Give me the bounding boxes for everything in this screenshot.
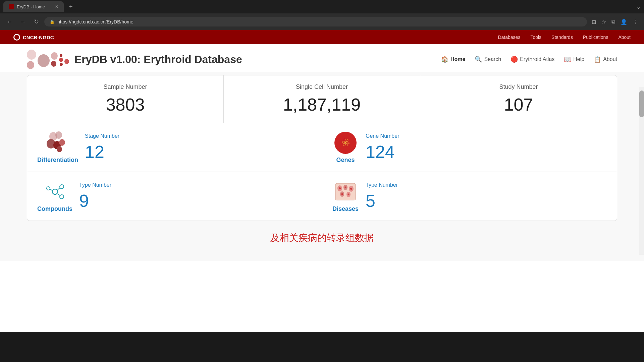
blood-cell-2 bbox=[27, 61, 34, 69]
blood-cell-1 bbox=[27, 50, 36, 60]
differentiation-svg bbox=[46, 131, 69, 155]
tab-list-button[interactable]: ⌄ bbox=[636, 4, 641, 10]
blood-cell-4 bbox=[51, 52, 58, 60]
diseases-cell: Diseases Type Number 5 bbox=[322, 172, 617, 221]
help-icon: 📖 bbox=[564, 56, 571, 63]
cncb-nav-databases[interactable]: Databases bbox=[498, 35, 520, 40]
differentiation-icon-area: Differentiation bbox=[37, 131, 78, 164]
browser-action-icons: ⊞ ☆ ⧉ 👤 ⋮ bbox=[590, 17, 640, 26]
url-text: https://ngdc.cncb.ac.cn/EryDB/home bbox=[57, 19, 133, 24]
study-number-cell: Study Number 107 bbox=[420, 75, 617, 123]
cncb-nav-tools[interactable]: Tools bbox=[530, 35, 541, 40]
compounds-cell: Compounds Type Number 9 bbox=[27, 172, 322, 221]
svg-point-8 bbox=[60, 195, 64, 199]
svg-point-5 bbox=[57, 146, 62, 152]
blood-cell-6 bbox=[60, 54, 62, 57]
genes-number-value: 124 bbox=[366, 142, 607, 162]
cncb-nav-publications[interactable]: Publications bbox=[583, 35, 608, 40]
compounds-icon bbox=[43, 180, 67, 203]
genes-name[interactable]: Genes bbox=[336, 157, 355, 164]
stats-top-row: Sample Number 3803 Single Cell Number 1,… bbox=[27, 75, 617, 123]
svg-line-10 bbox=[58, 188, 60, 190]
nav-help-label: Help bbox=[573, 56, 584, 62]
tab-close-button[interactable]: ✕ bbox=[55, 4, 58, 9]
profile-icon[interactable]: 👤 bbox=[619, 17, 629, 26]
nav-search[interactable]: 🔍 Search bbox=[475, 56, 501, 63]
browser-navbar: ← → ↻ 🔒 https://ngdc.cncb.ac.cn/EryDB/ho… bbox=[0, 13, 644, 30]
differentiation-name[interactable]: Differentiation bbox=[37, 157, 78, 164]
nav-help[interactable]: 📖 Help bbox=[564, 56, 584, 63]
nav-about[interactable]: 📋 About bbox=[594, 56, 617, 63]
stats-middle-row: Differentiation Stage Number 12 ⚛ bbox=[27, 123, 617, 172]
bookmark-icon[interactable]: ☆ bbox=[599, 17, 608, 26]
differentiation-info: Stage Number 12 bbox=[85, 133, 312, 162]
extensions-icon[interactable]: ⧉ bbox=[609, 17, 617, 26]
compounds-icon-area: Compounds bbox=[37, 180, 72, 213]
compounds-svg bbox=[43, 180, 67, 203]
scrollbar-thumb[interactable] bbox=[639, 90, 644, 117]
cncb-logo-inner bbox=[14, 35, 19, 40]
svg-point-6 bbox=[52, 189, 58, 194]
nav-home-label: Home bbox=[450, 56, 465, 62]
address-bar[interactable]: 🔒 https://ngdc.cncb.ac.cn/EryDB/home bbox=[44, 17, 587, 26]
erydb-header: EryDB v1.00: Erythroid Database 🏠 Home 🔍… bbox=[0, 44, 644, 72]
study-number-label: Study Number bbox=[427, 83, 610, 90]
reload-button[interactable]: ↻ bbox=[31, 16, 42, 27]
tab-favicon bbox=[9, 4, 14, 9]
diseases-type-value: 5 bbox=[366, 191, 607, 211]
home-icon: 🏠 bbox=[441, 56, 448, 63]
nav-home[interactable]: 🏠 Home bbox=[441, 56, 465, 63]
cncb-logo: CNCB-NGDC bbox=[13, 34, 54, 41]
svg-point-22 bbox=[341, 193, 343, 195]
dna-icon: ⚛ bbox=[339, 135, 352, 150]
diseases-name[interactable]: Diseases bbox=[332, 205, 359, 213]
browser-chrome: EryDB - Home ✕ + ⌄ ← → ↻ 🔒 https://ngdc.… bbox=[0, 0, 644, 30]
single-cell-number-cell: Single Cell Number 1,187,119 bbox=[224, 75, 420, 123]
svg-point-20 bbox=[345, 187, 346, 188]
cncb-nav-standards[interactable]: Standards bbox=[551, 35, 573, 40]
page-content: CNCB-NGDC Databases Tools Standards Publ… bbox=[0, 30, 644, 332]
blood-cell-9 bbox=[64, 59, 69, 64]
scrollbar-track[interactable] bbox=[639, 87, 644, 255]
svg-line-12 bbox=[50, 189, 52, 190]
browser-tabbar: EryDB - Home ✕ + ⌄ bbox=[0, 0, 644, 13]
erydb-title: EryDB v1.00: Erythroid Database bbox=[74, 53, 242, 66]
cncb-navbar: CNCB-NGDC Databases Tools Standards Publ… bbox=[0, 30, 644, 44]
erydb-title-area: EryDB v1.00: Erythroid Database bbox=[27, 50, 242, 69]
single-cell-label: Single Cell Number bbox=[230, 83, 413, 90]
gene-circle: ⚛ bbox=[334, 132, 357, 154]
compounds-type-value: 9 bbox=[79, 191, 312, 211]
forward-button[interactable]: → bbox=[17, 16, 28, 27]
search-icon: 🔍 bbox=[475, 56, 482, 63]
svg-line-11 bbox=[58, 194, 60, 195]
browser-tab-active[interactable]: EryDB - Home ✕ bbox=[3, 1, 64, 12]
back-button[interactable]: ← bbox=[4, 16, 15, 27]
diseases-icon bbox=[334, 180, 357, 203]
translate-icon[interactable]: ⊞ bbox=[590, 17, 598, 26]
stats-container: Sample Number 3803 Single Cell Number 1,… bbox=[27, 75, 617, 221]
atlas-icon: 🔴 bbox=[511, 56, 518, 63]
study-number-value: 107 bbox=[427, 95, 610, 115]
differentiation-icon bbox=[46, 131, 69, 155]
diseases-svg bbox=[334, 180, 357, 203]
menu-icon[interactable]: ⋮ bbox=[631, 17, 640, 26]
sample-number-cell: Sample Number 3803 bbox=[27, 75, 224, 123]
genes-info: Gene Number 124 bbox=[366, 133, 607, 162]
differentiation-cell: Differentiation Stage Number 12 bbox=[27, 123, 322, 172]
svg-point-19 bbox=[339, 187, 341, 189]
tab-title: EryDB - Home bbox=[17, 4, 45, 9]
nav-search-label: Search bbox=[484, 56, 501, 62]
svg-point-1 bbox=[55, 131, 62, 139]
svg-point-21 bbox=[350, 188, 352, 190]
stats-bottom-row: Compounds Type Number 9 bbox=[27, 172, 617, 221]
genes-number-label: Gene Number bbox=[366, 133, 607, 139]
genes-cell: ⚛ Genes Gene Number 124 bbox=[322, 123, 617, 172]
blood-cell-8 bbox=[60, 63, 63, 66]
new-tab-button[interactable]: + bbox=[66, 3, 75, 10]
compounds-name[interactable]: Compounds bbox=[37, 205, 72, 213]
blood-cell-7 bbox=[59, 58, 63, 62]
cncb-nav-about[interactable]: About bbox=[618, 35, 631, 40]
sample-number-label: Sample Number bbox=[34, 83, 217, 90]
nav-atlas[interactable]: 🔴 Erythroid Atlas bbox=[511, 56, 554, 63]
blood-cell-5 bbox=[51, 61, 56, 67]
